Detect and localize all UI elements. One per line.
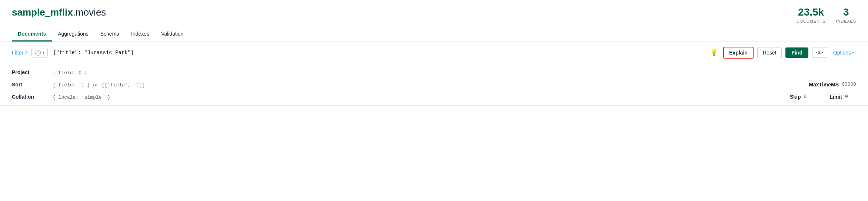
collation-value: { locale: 'simple' } bbox=[53, 95, 790, 100]
project-label: Project bbox=[12, 69, 53, 75]
top-bar: sample_mflix.movies 23.5k DOCUMENTS 3 IN… bbox=[0, 0, 868, 23]
collation-label: Collation bbox=[12, 94, 53, 100]
external-link-icon: ↗ bbox=[24, 50, 28, 55]
collation-row: Collation { locale: 'simple' } Skip 0 Li… bbox=[12, 94, 856, 100]
sort-label: Sort bbox=[12, 82, 53, 88]
db-name: sample_mflix bbox=[12, 7, 73, 18]
skip-label: Skip bbox=[790, 94, 801, 100]
code-button[interactable]: </> bbox=[812, 47, 827, 58]
limit-value: 0 bbox=[845, 94, 856, 99]
filter-input[interactable] bbox=[51, 49, 378, 56]
find-button[interactable]: Find bbox=[785, 47, 808, 58]
project-value: { field: 0 } bbox=[53, 70, 856, 76]
history-button[interactable]: 🕐 ▾ bbox=[31, 48, 48, 57]
max-time-label: MaxTimeMS bbox=[809, 82, 839, 88]
tab-schema[interactable]: Schema bbox=[94, 27, 125, 42]
tab-aggregations[interactable]: Aggregations bbox=[52, 27, 94, 42]
sort-value: { field: -1 } or [['field', -1]] bbox=[53, 82, 809, 88]
skip-value: 0 bbox=[804, 94, 815, 99]
skip-limit-group: Skip 0 Limit 0 bbox=[790, 94, 856, 100]
collection-name: movies bbox=[76, 7, 106, 18]
query-options: Project { field: 0 } Sort { field: -1 } … bbox=[0, 64, 868, 106]
documents-value: 23.5k bbox=[798, 7, 824, 18]
filter-bar: Filter↗ 🕐 ▾ 💡 Explain Reset Find </> Opt… bbox=[0, 42, 868, 64]
indexes-stat: 3 INDEXES bbox=[836, 7, 856, 23]
options-button[interactable]: Options ▾ bbox=[831, 48, 856, 57]
sort-row: Sort { field: -1 } or [['field', -1]] Ma… bbox=[12, 82, 856, 88]
separator: . bbox=[73, 7, 76, 18]
explain-button[interactable]: Explain bbox=[723, 47, 754, 59]
tab-validation[interactable]: Validation bbox=[155, 27, 189, 42]
indexes-value: 3 bbox=[843, 7, 849, 18]
caret-down-icon: ▾ bbox=[43, 50, 44, 55]
options-caret-icon: ▾ bbox=[852, 50, 854, 55]
filter-link[interactable]: Filter↗ bbox=[12, 50, 28, 56]
stats-container: 23.5k DOCUMENTS 3 INDEXES bbox=[797, 7, 856, 23]
documents-stat: 23.5k DOCUMENTS bbox=[797, 7, 826, 23]
max-time-value: 60000 bbox=[842, 82, 856, 87]
tab-nav: Documents Aggregations Schema Indexes Va… bbox=[0, 27, 868, 42]
limit-label: Limit bbox=[830, 94, 842, 100]
project-row: Project { field: 0 } bbox=[12, 69, 856, 76]
bulb-icon: 💡 bbox=[710, 49, 718, 57]
bulb-button[interactable]: 💡 bbox=[708, 47, 720, 58]
indexes-label: INDEXES bbox=[836, 19, 856, 23]
tab-documents[interactable]: Documents bbox=[12, 27, 52, 42]
tab-indexes[interactable]: Indexes bbox=[125, 27, 155, 42]
max-time-group: MaxTimeMS 60000 bbox=[809, 82, 856, 88]
documents-label: DOCUMENTS bbox=[797, 19, 826, 23]
clock-icon: 🕐 bbox=[35, 50, 41, 56]
reset-button[interactable]: Reset bbox=[757, 47, 782, 58]
collection-title: sample_mflix.movies bbox=[12, 7, 106, 18]
